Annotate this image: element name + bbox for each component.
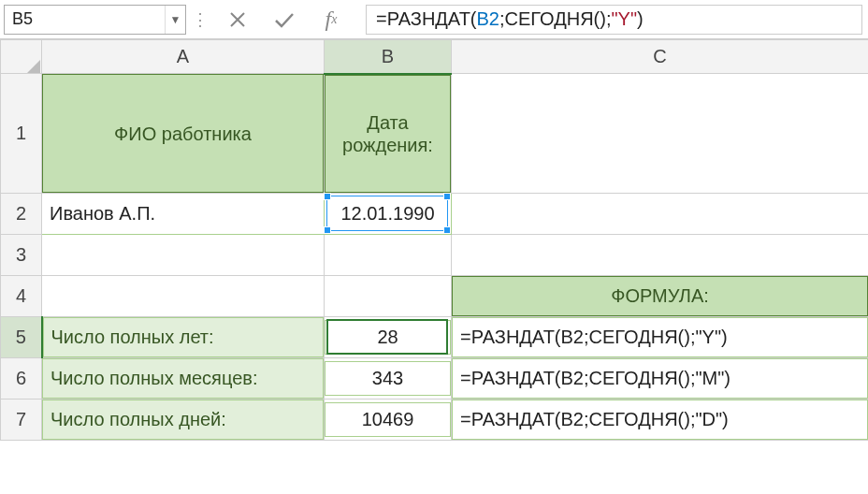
header-cell: Дата рождения: [325, 75, 451, 194]
header-cell: ФОРМУЛА: [452, 276, 868, 316]
cell-c4[interactable]: ФОРМУЛА: [452, 276, 869, 317]
cell-a2[interactable]: Иванов А.П. [42, 194, 325, 235]
formula-bar: B5 ▼ ⋮ fx =РАЗНДАТ(B2;СЕГОДНЯ();"Y") [0, 0, 868, 39]
formula-text: ) [637, 8, 644, 30]
cancel-button[interactable] [214, 5, 261, 35]
formula-bar-divider: ⋮ [186, 9, 214, 30]
cell-b7[interactable]: 10469 [325, 400, 452, 441]
cell-b3[interactable] [325, 235, 452, 276]
header-cell: ФИО работника [42, 74, 324, 193]
formula-text: =РАЗНДАТ( [376, 8, 477, 30]
cell-a7[interactable]: Число полных дней: [42, 400, 325, 441]
cell-value: 343 [325, 361, 451, 396]
table-row: 3 [1, 235, 869, 276]
cell-value: 28 [325, 320, 451, 355]
column-header-b[interactable]: B [325, 40, 452, 74]
cell-value: Число полных месяцев: [42, 358, 324, 399]
cell-c7[interactable]: =РАЗНДАТ(B2;СЕГОДНЯ();"D") [452, 400, 869, 441]
insert-function-button[interactable]: fx [308, 5, 354, 35]
formula-input[interactable]: =РАЗНДАТ(B2;СЕГОДНЯ();"Y") [366, 5, 862, 35]
cell-a3[interactable] [42, 235, 325, 276]
formula-text: ;СЕГОДНЯ(); [499, 8, 611, 30]
cell-c5[interactable]: =РАЗНДАТ(B2;СЕГОДНЯ();"Y") [452, 317, 869, 358]
formula-string: "Y" [611, 8, 637, 30]
cell-value: Число полных лет: [43, 317, 325, 357]
row-header-7[interactable]: 7 [1, 400, 42, 441]
cell-c1[interactable] [452, 74, 869, 194]
cell-b2[interactable]: 12.01.1990 [325, 194, 452, 235]
cell-value: 10469 [325, 402, 451, 437]
cell-b4[interactable] [325, 276, 452, 317]
cell-value: Иванов А.П. [42, 197, 324, 230]
name-box[interactable]: B5 ▼ [4, 5, 186, 35]
cell-value: =РАЗНДАТ(B2;СЕГОДНЯ();"D") [452, 400, 868, 440]
table-row: 1 ФИО работника Дата рождения: [1, 74, 869, 194]
cell-value: =РАЗНДАТ(B2;СЕГОДНЯ();"M") [452, 358, 868, 399]
row-header-5[interactable]: 5 [1, 317, 42, 358]
worksheet-grid[interactable]: A B C 1 ФИО работника Дата рождения: 2 И… [0, 39, 868, 441]
cell-value: 12.01.1990 [325, 197, 451, 230]
row-header-2[interactable]: 2 [1, 194, 42, 235]
name-box-value: B5 [5, 9, 165, 29]
table-row: 4 ФОРМУЛА: [1, 276, 869, 317]
cell-b1[interactable]: Дата рождения: [325, 74, 452, 194]
table-row: 5 Число полных лет: 28 =РАЗНДАТ(B2;СЕГОД… [1, 317, 869, 358]
row-header-4[interactable]: 4 [1, 276, 42, 317]
column-header-a[interactable]: A [42, 40, 325, 74]
table-row: 2 Иванов А.П. 12.01.1990 [1, 194, 869, 235]
row-header-3[interactable]: 3 [1, 235, 42, 276]
table-row: 6 Число полных месяцев: 343 =РАЗНДАТ(B2;… [1, 358, 869, 400]
column-header-c[interactable]: C [452, 40, 869, 74]
cell-a1[interactable]: ФИО работника [42, 74, 325, 194]
name-box-dropdown[interactable]: ▼ [165, 6, 185, 34]
cell-b6[interactable]: 343 [325, 358, 452, 400]
cell-value: =РАЗНДАТ(B2;СЕГОДНЯ();"Y") [452, 317, 868, 357]
formula-ref: B2 [477, 8, 499, 30]
cell-a5[interactable]: Число полных лет: [42, 317, 325, 358]
select-all-corner[interactable] [1, 40, 42, 74]
cell-c6[interactable]: =РАЗНДАТ(B2;СЕГОДНЯ();"M") [452, 358, 869, 400]
cell-c3[interactable] [452, 235, 869, 276]
cell-a4[interactable] [42, 276, 325, 317]
enter-button[interactable] [261, 5, 308, 35]
table-row: 7 Число полных дней: 10469 =РАЗНДАТ(B2;С… [1, 400, 869, 441]
cell-value: Число полных дней: [42, 400, 324, 440]
column-header-row: A B C [1, 40, 869, 74]
cell-b5[interactable]: 28 [325, 317, 452, 358]
cell-a6[interactable]: Число полных месяцев: [42, 358, 325, 400]
cell-c2[interactable] [452, 194, 869, 235]
row-header-6[interactable]: 6 [1, 358, 42, 400]
row-header-1[interactable]: 1 [1, 74, 42, 194]
